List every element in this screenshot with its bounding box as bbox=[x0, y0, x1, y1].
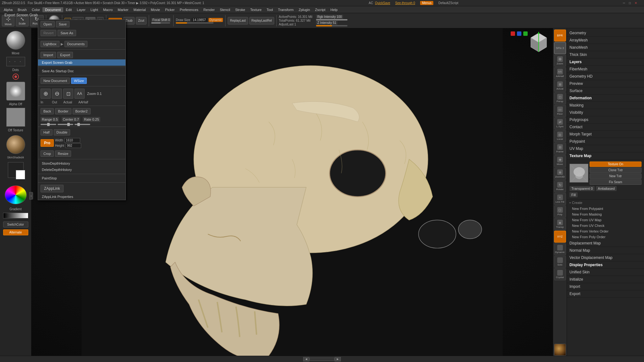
rm-polypaint[interactable]: Polypaint bbox=[567, 138, 644, 145]
menu-texture[interactable]: Texture bbox=[248, 7, 264, 12]
transparent-label[interactable]: Transparent 0 bbox=[569, 186, 595, 191]
z-slider[interactable] bbox=[316, 25, 347, 26]
center-label[interactable]: Center 0.7 bbox=[62, 117, 80, 122]
zoom-btn[interactable]: ⊕ Zoom bbox=[554, 55, 566, 67]
rm-deformation[interactable]: Deformation bbox=[567, 95, 644, 102]
menu-macro[interactable]: Macro bbox=[101, 7, 115, 12]
crop-btn[interactable]: Crop bbox=[41, 151, 54, 157]
range-label[interactable]: Range 0.5 bbox=[41, 117, 59, 122]
foreground-color[interactable] bbox=[8, 162, 24, 178]
dynamic-r-btn[interactable]: Dynamic bbox=[554, 243, 566, 255]
menu-document[interactable]: Document bbox=[42, 7, 63, 12]
delete-depth-item[interactable]: DeleteDepthHistory bbox=[38, 167, 125, 173]
crystal-btn[interactable]: Crystal bbox=[554, 268, 566, 280]
rgb-slider[interactable] bbox=[316, 19, 347, 20]
local-btn[interactable]: ◎ Local bbox=[554, 130, 566, 142]
half-btn[interactable]: Half bbox=[41, 129, 53, 135]
width-field[interactable] bbox=[64, 138, 80, 143]
resize-btn[interactable]: Resize bbox=[55, 151, 71, 157]
save-btn[interactable]: Save bbox=[56, 21, 69, 27]
new-from-masking-btn[interactable]: New From Masking bbox=[567, 211, 644, 217]
new-document-btn[interactable]: New Document bbox=[41, 78, 70, 84]
rm-vector-displacement[interactable]: Vector Displacement Map bbox=[567, 254, 644, 261]
menu-preferences[interactable]: Preferences bbox=[177, 7, 201, 12]
material-preview[interactable] bbox=[6, 31, 25, 50]
draw-size-slider[interactable] bbox=[176, 22, 214, 24]
rm-masking[interactable]: Masking bbox=[567, 102, 644, 109]
dynamic-btn[interactable]: Dynamic bbox=[208, 18, 223, 22]
rm-arraymesh[interactable]: ArrayMesh bbox=[567, 37, 644, 44]
red-indicator[interactable] bbox=[13, 74, 19, 80]
new-txtr-btn[interactable]: New Txtr bbox=[590, 173, 641, 179]
secondary-color[interactable] bbox=[16, 170, 25, 179]
default-script[interactable]: DefaultZScript bbox=[438, 1, 458, 5]
wsize-btn[interactable]: WSize bbox=[71, 78, 87, 84]
new-from-vertex-order-btn[interactable]: New From Vertex Order bbox=[567, 228, 644, 234]
menu-brush[interactable]: Brush bbox=[15, 7, 29, 12]
height-field[interactable] bbox=[65, 143, 81, 148]
rm-import[interactable]: Import bbox=[567, 283, 644, 290]
rm-visibility[interactable]: Visibility bbox=[567, 109, 644, 116]
orientation-gizmo[interactable] bbox=[528, 31, 550, 53]
menu-marker[interactable]: Marker bbox=[115, 7, 131, 12]
menu-color[interactable]: Color bbox=[29, 7, 42, 12]
rm-surface[interactable]: Surface bbox=[567, 87, 644, 95]
solo-btn[interactable]: Solo bbox=[554, 256, 566, 268]
spix-btn[interactable]: SPix 3 bbox=[554, 42, 566, 54]
store-depth-item[interactable]: StoreDepthHistory bbox=[38, 160, 125, 167]
rm-contact[interactable]: Contact bbox=[567, 123, 644, 131]
rm-normal-map[interactable]: Normal Map bbox=[567, 247, 644, 254]
rgb-intensity-label[interactable]: Rgb Intensity 100 bbox=[316, 15, 343, 19]
save-as-btn[interactable]: Save As bbox=[58, 30, 76, 36]
rm-initialize[interactable]: Initialize bbox=[567, 276, 644, 283]
import-btn[interactable]: Import bbox=[41, 52, 56, 58]
material-r-preview[interactable] bbox=[554, 344, 566, 356]
menu-stencil[interactable]: Stencil bbox=[217, 7, 233, 12]
actual-btn[interactable]: ⊞ Actual bbox=[554, 80, 566, 92]
menu-alpha[interactable]: Alpha bbox=[1, 7, 15, 12]
zoom-icon[interactable]: ⊡ bbox=[63, 89, 73, 99]
rate-label[interactable]: Rate 0.25 bbox=[83, 117, 100, 122]
adjust-last[interactable]: AdjustLast 1 bbox=[279, 23, 313, 26]
rm-morph-target[interactable]: Morph Target bbox=[567, 131, 644, 138]
open-btn[interactable]: Open bbox=[41, 21, 55, 27]
menu-movie[interactable]: Movie bbox=[148, 7, 163, 12]
lightbox-btn[interactable]: Lightbox bbox=[41, 41, 59, 47]
move-r-btn[interactable]: ✥ Move bbox=[554, 155, 566, 167]
back-btn[interactable]: Back bbox=[41, 108, 54, 114]
rm-geometry-hd[interactable]: Geometry HD bbox=[567, 73, 644, 80]
z-intensity-label[interactable]: Z Intensity 51 bbox=[316, 21, 337, 25]
menu-picker[interactable]: Picker bbox=[163, 7, 177, 12]
menu-stroke[interactable]: Stroke bbox=[233, 7, 248, 12]
menu-help[interactable]: Help bbox=[328, 7, 340, 12]
rm-geometry[interactable]: Geometry bbox=[567, 30, 644, 37]
rate-slider[interactable] bbox=[75, 124, 90, 125]
menu-edit[interactable]: Edit bbox=[63, 7, 74, 12]
menu-zplugin[interactable]: Zplugin bbox=[296, 7, 313, 12]
quicksave-btn[interactable]: QuickSave bbox=[375, 1, 390, 5]
transp-btn[interactable]: ◈ Transp bbox=[554, 218, 566, 230]
persp-btn[interactable]: ◻ Persp bbox=[554, 92, 566, 104]
texture-on-btn[interactable]: Texture On bbox=[590, 162, 641, 167]
rm-uv-map[interactable]: UV Map bbox=[567, 145, 644, 152]
rm-export[interactable]: Export bbox=[567, 290, 644, 298]
rm-preview[interactable]: Preview bbox=[567, 80, 644, 87]
rm-unified-skin[interactable]: Unified Skin bbox=[567, 269, 644, 276]
scroll-right-btn[interactable]: ► bbox=[335, 357, 341, 361]
new-from-polypaint-btn[interactable]: New From Polypaint bbox=[567, 206, 644, 211]
alternate-btn[interactable]: Alternate bbox=[3, 229, 28, 235]
new-from-uv-map-btn[interactable]: New From UV Map bbox=[567, 217, 644, 223]
frame-btn[interactable]: ⊟ Frame bbox=[554, 143, 566, 155]
paint-stop-item[interactable]: PaintStop bbox=[38, 175, 125, 181]
zapplink-props-item[interactable]: ZAppLink Properties bbox=[38, 194, 125, 200]
focal-shift-slider[interactable] bbox=[151, 22, 170, 24]
draw-size-val[interactable]: 14.19857 bbox=[192, 18, 207, 22]
scroll-out-icon[interactable]: ⊖ bbox=[52, 89, 62, 99]
alpha-preview[interactable] bbox=[6, 82, 25, 101]
close-btn[interactable]: ✕ bbox=[635, 1, 637, 5]
menu-zscript[interactable]: Zscript bbox=[313, 7, 328, 12]
zoom3d-btn[interactable]: ⊕ Zoom3D bbox=[554, 168, 566, 180]
xyz-btn[interactable]: XYZ bbox=[554, 231, 566, 243]
gradient-bar[interactable] bbox=[3, 213, 28, 218]
rm-texture-map[interactable]: Texture Map bbox=[567, 152, 644, 160]
